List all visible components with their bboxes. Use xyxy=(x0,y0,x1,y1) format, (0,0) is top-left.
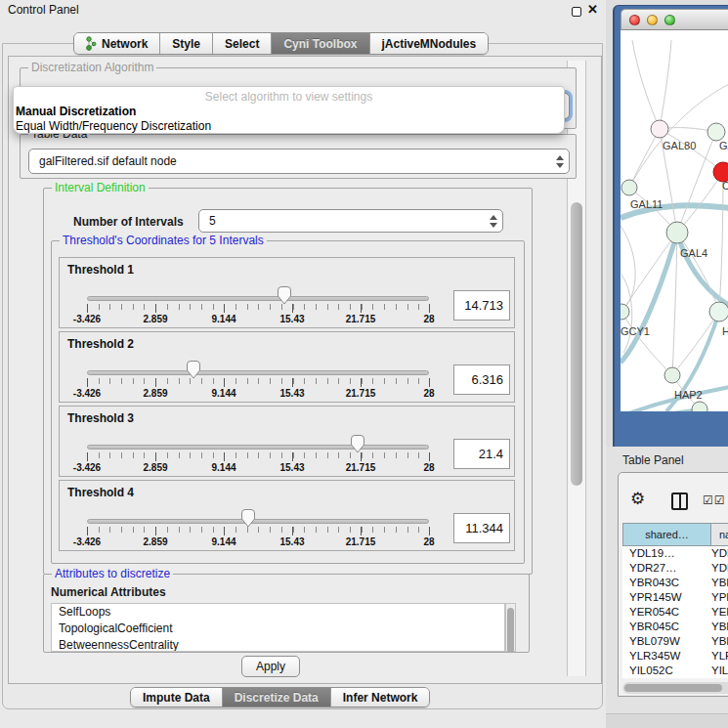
tick-label: 2.859 xyxy=(143,388,167,399)
cell[interactable]: YPR1 xyxy=(711,590,728,605)
number-of-intervals-combobox[interactable]: 5 xyxy=(198,209,503,233)
cell[interactable]: YLR345W xyxy=(622,649,711,664)
tab-impute-data[interactable]: Impute Data xyxy=(131,688,223,707)
list-item[interactable]: TopologicalCoefficient xyxy=(52,621,504,637)
tick-label: 15.43 xyxy=(279,536,304,547)
menu-item-equal-width-frequency[interactable]: Equal Width/Frequency Discretization xyxy=(16,119,211,133)
tick-label: 15.43 xyxy=(279,462,304,473)
table-row[interactable]: YER054CYER0 xyxy=(622,605,728,620)
column-header-name[interactable]: na xyxy=(711,523,728,546)
numerical-attributes-label: Numerical Attributes xyxy=(51,585,166,599)
numerical-attributes-list[interactable]: SelfLoops TopologicalCoefficient Between… xyxy=(51,603,505,652)
table-row[interactable]: YDL19…YDL1 xyxy=(622,546,728,561)
tick-label: 21.715 xyxy=(346,314,376,324)
attributes-list-scrollbar[interactable] xyxy=(505,603,516,652)
cell[interactable]: YBL079W xyxy=(622,634,711,649)
node-gal11 xyxy=(621,180,637,195)
tab-infer-network[interactable]: Infer Network xyxy=(331,688,430,707)
threshold-3-slider-track[interactable] xyxy=(87,445,429,450)
minimize-traffic-icon[interactable] xyxy=(647,15,658,25)
cell[interactable]: YBR043C xyxy=(622,576,711,590)
table-horizontal-scrollbar[interactable] xyxy=(622,682,728,694)
menu-item-manual-discretization[interactable]: Manual Discretization xyxy=(16,105,136,118)
algorithm-hint: Select algorithm to view settings xyxy=(14,90,564,104)
node-highlighted-red xyxy=(713,162,728,182)
slider-major-ticks xyxy=(87,452,430,461)
table-panel-title: Table Panel xyxy=(622,453,684,467)
column-header-shared-name[interactable]: shared… xyxy=(622,523,711,546)
close-traffic-icon[interactable] xyxy=(629,15,640,25)
table-horizontal-scrollbar-thumb[interactable] xyxy=(624,684,722,692)
cell[interactable]: YER054C xyxy=(622,605,711,620)
node-label: GA xyxy=(719,140,728,151)
table-window: ⚙ ☑☑ shared… na YDL19…YDL1 YDR27…YDR2 YB… xyxy=(618,472,728,697)
cell[interactable]: YPR145W xyxy=(622,590,711,605)
tick-label: 15.43 xyxy=(279,314,304,324)
table-row[interactable]: YBR043CYBR0 xyxy=(622,576,728,590)
list-item[interactable]: SelfLoops xyxy=(52,604,504,621)
threshold-1-slider-track[interactable] xyxy=(87,296,429,301)
cell[interactable]: YLR3 xyxy=(711,649,728,664)
network-window-titlebar[interactable] xyxy=(621,9,728,30)
tab-select[interactable]: Select xyxy=(213,33,272,54)
zoom-traffic-icon[interactable] xyxy=(664,15,675,25)
tick-label: 9.144 xyxy=(211,388,236,399)
table-row[interactable]: YBL079WYBL0 xyxy=(622,634,728,649)
tab-style[interactable]: Style xyxy=(160,33,213,54)
tick-label: 21.715 xyxy=(346,462,376,473)
attributes-group-label: Attributes to discretize xyxy=(52,567,173,580)
split-view-icon[interactable] xyxy=(671,492,688,510)
cell[interactable]: YDL1 xyxy=(711,546,728,561)
table-row[interactable]: YLR345WYLR3 xyxy=(622,649,728,664)
close-icon[interactable]: ✕ xyxy=(587,2,598,17)
cell[interactable]: YBL0 xyxy=(711,634,728,649)
cell[interactable]: YBR045C xyxy=(622,620,711,634)
tick-label: -3.426 xyxy=(73,462,101,473)
tab-discretize-data[interactable]: Discretize Data xyxy=(223,688,331,707)
combo-stepper-icon xyxy=(551,155,569,168)
table-data-combobox[interactable]: galFiltered.sif default node xyxy=(28,149,570,174)
cell[interactable]: YDL19… xyxy=(622,546,711,561)
node-label: GAL80 xyxy=(663,140,696,151)
table-row[interactable]: YIL052CYIL0 xyxy=(622,664,728,678)
node-hap2 xyxy=(664,367,680,383)
cell[interactable]: YDR27… xyxy=(622,561,711,576)
node-label: GCY1 xyxy=(621,325,650,337)
gear-icon[interactable]: ⚙ xyxy=(630,489,645,509)
cell[interactable]: YIL052C xyxy=(622,664,711,678)
table-row[interactable]: YDR27…YDR2 xyxy=(622,561,728,576)
cell[interactable]: YDR2 xyxy=(711,561,728,576)
table-row[interactable]: YPR145WYPR1 xyxy=(622,590,728,605)
number-of-intervals-label: Number of Intervals xyxy=(73,215,184,229)
cell[interactable]: YBR0 xyxy=(711,576,728,590)
cell[interactable]: YBR0 xyxy=(711,620,728,634)
threshold-2-value-field[interactable]: 6.316 xyxy=(453,364,510,395)
cell[interactable]: YIL0 xyxy=(711,664,728,678)
tab-cyni-toolbox[interactable]: Cyni Toolbox xyxy=(272,33,369,54)
tab-network[interactable]: Network xyxy=(74,33,160,54)
threshold-2-box: Threshold 2 -3.426 2.859 9.144 15.43 21.… xyxy=(59,331,515,403)
threshold-1-value-field[interactable]: 14.713 xyxy=(453,290,510,321)
threshold-4-value-field[interactable]: 11.344 xyxy=(453,513,510,543)
tick-label: 28 xyxy=(423,536,434,547)
network-view-window: GAL80 GA C GAL11 GAL4 GCY1 H HAP2 xyxy=(613,5,728,447)
tick-label: 28 xyxy=(423,388,434,399)
tick-label: 28 xyxy=(423,314,434,324)
node-label: C xyxy=(722,180,728,192)
threshold-3-value-field[interactable]: 21.4 xyxy=(453,439,510,469)
cell[interactable]: YER0 xyxy=(711,605,728,620)
checkbox-filter-icons[interactable]: ☑☑ xyxy=(703,493,726,507)
panel-scrollbar-thumb[interactable] xyxy=(571,202,582,486)
threshold-2-slider-track[interactable] xyxy=(87,370,429,375)
undock-icon[interactable] xyxy=(572,7,581,17)
list-item[interactable]: BetweennessCentrality xyxy=(52,637,504,652)
table-row[interactable]: YBR045CYBR0 xyxy=(622,620,728,634)
apply-button[interactable]: Apply xyxy=(241,656,300,677)
network-canvas[interactable]: GAL80 GA C GAL11 GAL4 GCY1 H HAP2 xyxy=(621,30,728,411)
threshold-1-label: Threshold 1 xyxy=(67,263,134,277)
tab-jactivemnodules[interactable]: jActiveMNodules xyxy=(370,33,489,54)
tab-jactivemnodules-label: jActiveMNodules xyxy=(382,37,477,51)
threshold-4-slider-track[interactable] xyxy=(87,519,429,524)
node-gcy1 xyxy=(621,304,629,320)
attributes-list-scrollbar-thumb[interactable] xyxy=(507,608,514,653)
